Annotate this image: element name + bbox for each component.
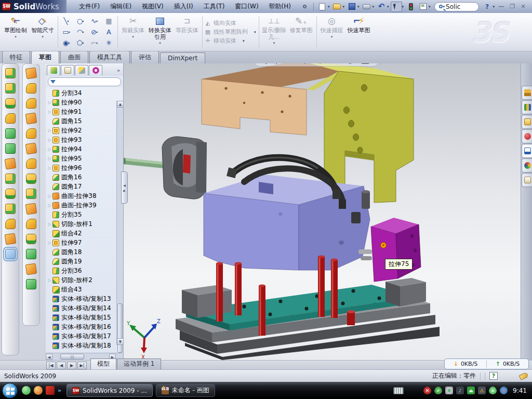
tag-icon[interactable] bbox=[519, 372, 529, 380]
instant3d-icon[interactable] bbox=[5, 249, 16, 259]
motion-study-tab[interactable]: 运动算例 1 bbox=[117, 358, 161, 369]
repair-sketch-button[interactable]: ✎₊ 修复草图 bbox=[288, 14, 315, 50]
panel-splitter-handle[interactable]: ◀▶ bbox=[121, 171, 128, 204]
tree-item-extrude91[interactable]: ▷拉伸91 bbox=[47, 107, 123, 116]
convert-entities-button[interactable]: 转换实体引用 ▾ bbox=[147, 14, 174, 50]
tree-item-extrude90[interactable]: ▷拉伸90 bbox=[47, 98, 123, 107]
split-tool-icon[interactable] bbox=[5, 204, 16, 214]
save-icon[interactable] bbox=[346, 2, 357, 12]
panel-chevron-icon[interactable]: » bbox=[117, 68, 122, 73]
linear-pattern-button[interactable]: ▦线性草图阵列▾ bbox=[204, 28, 257, 36]
expand-arrow[interactable]: ▷ bbox=[47, 203, 52, 208]
menu-view[interactable]: 视图(V) bbox=[137, 1, 169, 12]
tree-item-surfextrude38[interactable]: ▷曲面-拉伸38 bbox=[47, 191, 123, 201]
taskbar-paint-button[interactable]: 未命名 - 画图 bbox=[156, 384, 215, 397]
scroll-left-icon[interactable]: ◀ bbox=[46, 354, 52, 360]
parting-line-icon[interactable] bbox=[26, 189, 36, 199]
view-palette-tab[interactable] bbox=[522, 144, 532, 158]
menu-tools[interactable]: 工具(T) bbox=[198, 1, 230, 12]
tree-item-cutloft1[interactable]: ▷切除-放样1 bbox=[47, 219, 123, 229]
polygon-tool-icon[interactable]: ⬠▾ bbox=[74, 37, 88, 48]
swept-surface-icon[interactable] bbox=[25, 68, 37, 79]
featuremanager-tab[interactable] bbox=[47, 65, 60, 75]
quicklaunch-chevron-icon[interactable]: » bbox=[58, 387, 61, 394]
tree-item-movecopy13[interactable]: 实体-移动/复制13 bbox=[47, 294, 123, 303]
solidworks-resources-tab[interactable] bbox=[522, 86, 532, 100]
messenger-status-tray-icon[interactable]: − bbox=[500, 387, 508, 394]
tree-item-combine42[interactable]: 组合42 bbox=[47, 229, 123, 238]
text-tool-icon[interactable]: A bbox=[102, 26, 116, 37]
expand-arrow[interactable]: ▷ bbox=[47, 222, 52, 227]
extruded-boss-icon[interactable] bbox=[5, 68, 16, 78]
cavity-icon[interactable] bbox=[26, 249, 36, 259]
rebuild-icon[interactable] bbox=[405, 2, 417, 12]
ellipse-tool-icon[interactable]: ⊘▾ bbox=[88, 26, 102, 37]
arc-tool-icon[interactable]: ◠▾ bbox=[74, 26, 88, 37]
menu-edit[interactable]: 编辑(E) bbox=[105, 1, 137, 12]
dimxpertmanager-tab[interactable] bbox=[89, 65, 102, 75]
move-entities-button[interactable]: ✛移动实体▾ bbox=[204, 37, 257, 45]
tree-item-extrude93[interactable]: ▷拉伸93 bbox=[47, 135, 123, 144]
restore-button[interactable]: ❐ bbox=[507, 2, 517, 11]
knit-surface-icon[interactable] bbox=[26, 128, 36, 139]
tree-item-combine43[interactable]: 组合43 bbox=[47, 285, 123, 294]
tree-item-cutloft2[interactable]: ▷切除-放样2 bbox=[47, 275, 123, 285]
expand-arrow[interactable]: ▷ bbox=[47, 110, 52, 114]
quick-tips-icon[interactable]: ? bbox=[489, 372, 498, 380]
expand-arrow[interactable]: ▷ bbox=[47, 241, 52, 245]
scroll-down-icon[interactable]: ▼ bbox=[117, 338, 123, 345]
sketch-fillet-icon[interactable]: ⌐▾ bbox=[88, 37, 102, 48]
volume-tray-icon[interactable]: ♪ bbox=[456, 387, 464, 394]
tree-item-extrude97[interactable]: ▷拉伸97 bbox=[47, 238, 123, 247]
offset-surface-icon[interactable] bbox=[26, 158, 36, 169]
next-tab-button[interactable]: ▶ bbox=[67, 362, 76, 369]
tree-item-extrude94[interactable]: ▷拉伸94 bbox=[47, 144, 123, 154]
expand-arrow[interactable]: ▷ bbox=[47, 166, 52, 170]
hole-wizard-icon[interactable] bbox=[5, 158, 17, 170]
health-shield-tray-icon[interactable]: + bbox=[489, 387, 497, 394]
hscrollbar-thumb[interactable]: ||| bbox=[60, 354, 84, 360]
trim-entities-button[interactable]: ✂ 剪裁实体 ▾ bbox=[119, 14, 147, 50]
offset-entities-button[interactable]: ⊐ 等距实体 bbox=[174, 14, 201, 50]
safely-remove-tray-icon[interactable]: ⏏ bbox=[467, 387, 475, 394]
tab-sketch[interactable]: 草图 bbox=[31, 51, 59, 64]
circle-tool-icon[interactable]: ○▾ bbox=[74, 16, 88, 26]
new-document-icon[interactable] bbox=[316, 2, 328, 12]
security-alert-tray-icon[interactable]: ✕ bbox=[423, 387, 431, 394]
tree-item-split36[interactable]: 分割36 bbox=[47, 266, 123, 275]
part-gray-clamp[interactable] bbox=[162, 137, 207, 199]
search-dropdown-icon[interactable]: ▾ bbox=[443, 5, 445, 9]
extruded-cut-icon[interactable] bbox=[5, 83, 16, 94]
options-icon[interactable] bbox=[417, 2, 429, 12]
menu-insert[interactable]: 插入(I) bbox=[169, 1, 198, 12]
expand-arrow[interactable]: ▷ bbox=[47, 100, 52, 105]
slot-tool-icon[interactable]: ◉▾ bbox=[60, 37, 74, 48]
chamfer-icon[interactable] bbox=[5, 143, 16, 154]
rectangle-tool-icon[interactable]: ▭▾ bbox=[60, 26, 74, 37]
ruled-surface-icon[interactable] bbox=[26, 174, 36, 184]
first-tab-button[interactable]: |◀ bbox=[46, 362, 56, 369]
last-tab-button[interactable]: ▶| bbox=[77, 362, 87, 369]
appearances-tab[interactable] bbox=[522, 158, 532, 172]
tree-item-fillet18[interactable]: 圆角18 bbox=[47, 247, 123, 257]
planar-surface-icon[interactable] bbox=[25, 143, 37, 155]
move-copy-body-icon[interactable] bbox=[5, 219, 16, 229]
expand-arrow[interactable]: ▷ bbox=[47, 156, 52, 161]
curve-tool-icon[interactable] bbox=[5, 233, 17, 245]
design-library-tab[interactable] bbox=[522, 100, 532, 114]
model-tab[interactable]: 模型 bbox=[90, 358, 116, 369]
tree-item-fillet17[interactable]: 圆角17 bbox=[47, 182, 123, 191]
fillet-icon[interactable] bbox=[5, 98, 16, 109]
tree-item-movecopy14[interactable]: 实体-移动/复制14 bbox=[47, 303, 123, 313]
tree-item-split34[interactable]: 分割34 bbox=[47, 88, 123, 98]
tree-item-movecopy17[interactable]: 实体-移动/复制17 bbox=[47, 331, 123, 341]
tree-item-surfextrude39[interactable]: ▷曲面-拉伸39 bbox=[47, 201, 123, 210]
mirror-entities-button[interactable]: ◭镜向实体 bbox=[204, 19, 257, 27]
search-results-tab[interactable] bbox=[522, 129, 532, 143]
spline-tool-icon[interactable]: ∿▾ bbox=[88, 16, 102, 26]
smart-dimension-button[interactable]: ◇✎ 智能尺寸 ▾ bbox=[29, 14, 56, 50]
tree-item-fillet15[interactable]: 圆角15 bbox=[47, 116, 123, 126]
tab-evaluate[interactable]: 评估 bbox=[131, 51, 159, 63]
part-magenta-insert[interactable] bbox=[371, 218, 421, 282]
trim-surface-icon[interactable] bbox=[26, 98, 36, 109]
